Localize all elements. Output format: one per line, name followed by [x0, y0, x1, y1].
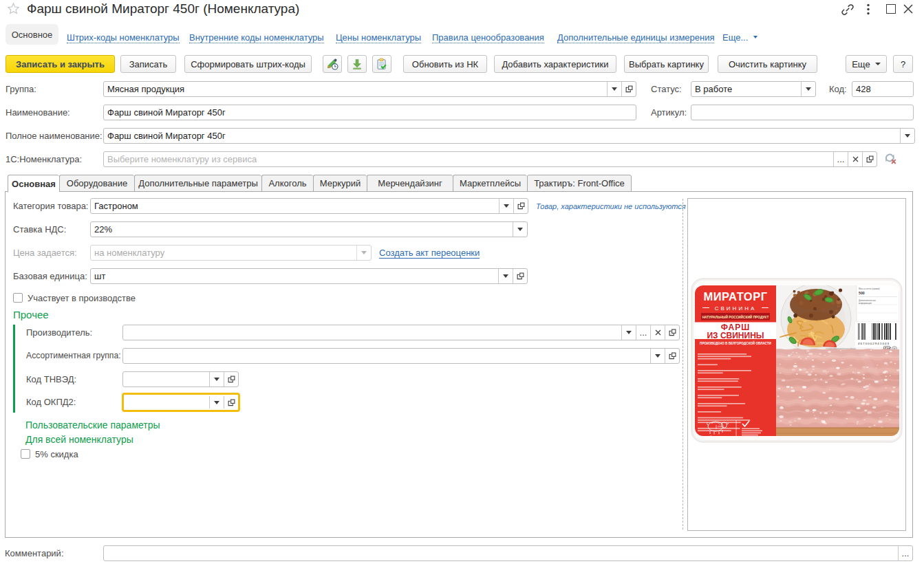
svg-text:500: 500	[859, 291, 865, 295]
svg-text:Масса нетто (грамм): Масса нетто (грамм)	[859, 287, 880, 290]
svg-text:ПРОИЗВЕДЕНО В БЕЛГОРОДСКОЙ ОБЛ: ПРОИЗВЕДЕНО В БЕЛГОРОДСКОЙ ОБЛАСТИ	[700, 340, 771, 345]
svg-text:НАТУРАЛЬНЫЙ РОССИЙСКИЙ ПРОДУКТ: НАТУРАЛЬНЫЙ РОССИЙСКИЙ ПРОДУКТ	[702, 314, 769, 319]
svg-text:ИЗ СВИНИНЫ: ИЗ СВИНИНЫ	[707, 331, 764, 340]
svg-text:информация: информация	[859, 302, 872, 305]
svg-text:МИРАТОРГ: МИРАТОРГ	[703, 290, 767, 303]
svg-text:4670002941003: 4670002941003	[858, 342, 890, 345]
svg-text:Дополнительная: Дополнительная	[859, 299, 876, 302]
svg-text:СВИНИНА: СВИНИНА	[715, 305, 757, 312]
